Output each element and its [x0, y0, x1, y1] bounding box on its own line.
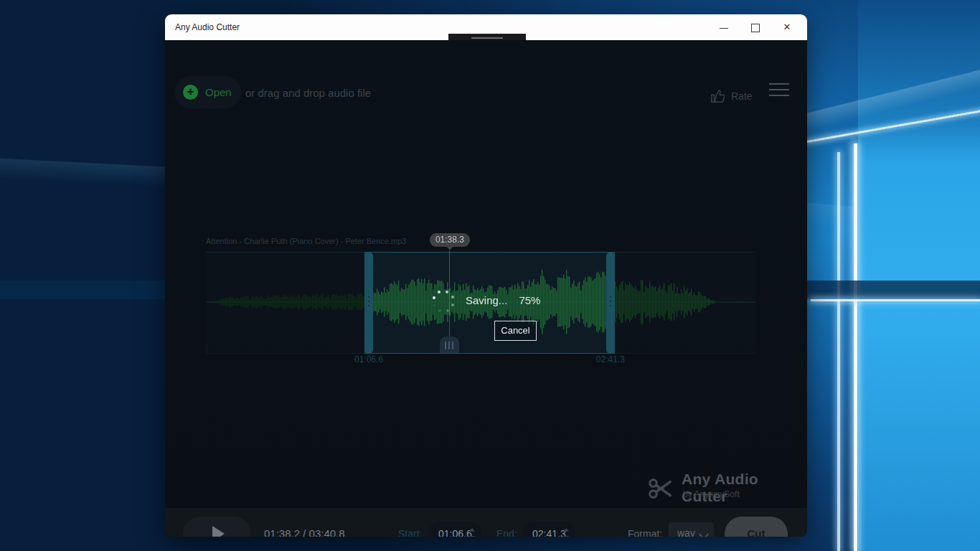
start-time-value: 01:06.6: [438, 522, 472, 537]
grip-dot-icon: [610, 301, 611, 302]
format-label: Format:: [628, 508, 662, 537]
wallpaper-glow-line: [854, 143, 857, 551]
start-label: Start:: [398, 508, 422, 537]
cancel-button[interactable]: Cancel: [494, 321, 537, 341]
grip-dot-icon: [368, 305, 369, 306]
open-button[interactable]: + Open: [174, 76, 241, 108]
handle-line-icon: [471, 37, 503, 39]
arrow-up-icon: [469, 528, 475, 532]
progress-percent: 75%: [519, 294, 540, 306]
start-time-input[interactable]: 01:06.6: [428, 522, 481, 537]
grip-dot-icon: [610, 296, 611, 298]
close-button[interactable]: ✕: [771, 14, 803, 40]
scissors-icon: [647, 475, 674, 502]
desktop: Any Audio Cutter ✕ + Open or drag and dr…: [0, 0, 980, 551]
cut-button[interactable]: Cut: [725, 517, 788, 537]
close-icon: ✕: [771, 14, 803, 40]
selection-end-time: 02:41.3: [596, 354, 625, 364]
plus-icon: +: [183, 85, 198, 100]
maximize-button[interactable]: [740, 14, 771, 40]
maximize-icon: [751, 24, 760, 32]
open-button-label: Open: [205, 76, 232, 108]
drag-drop-hint: or drag and drop audio file: [245, 87, 371, 99]
grip-slot-icon: [452, 342, 453, 349]
hamburger-menu-button[interactable]: [769, 83, 789, 99]
grip-dot-icon: [368, 296, 369, 298]
end-label: End:: [496, 508, 517, 537]
playback-time-display: 01:38.2 / 03:40.8: [264, 508, 345, 537]
wallpaper-glow-line: [837, 152, 840, 551]
rate-button[interactable]: Rate: [710, 82, 755, 110]
end-time-value: 02:41.3: [532, 522, 566, 537]
spinner-arrows-icon[interactable]: [469, 527, 475, 537]
app-logo: Any Audio Cutter by AnywaySoft: [647, 469, 805, 509]
grip-slot-icon: [448, 342, 450, 349]
selection-start-time: 01:06.6: [354, 354, 383, 364]
grip-dot-icon: [368, 301, 369, 302]
brand-byline: by AnywaySoft: [683, 489, 740, 499]
minimize-button[interactable]: [708, 14, 740, 40]
selection-start-handle[interactable]: [364, 252, 373, 354]
wallpaper-glow-line: [811, 299, 980, 301]
format-dropdown[interactable]: wav: [669, 522, 714, 537]
grip-slot-icon: [445, 342, 446, 349]
selection-end-handle[interactable]: [606, 252, 615, 354]
playhead-time-bubble[interactable]: 01:38.3: [430, 233, 470, 247]
rate-label: Rate: [731, 90, 753, 102]
format-value: wav: [677, 522, 695, 537]
playhead-drag-handle[interactable]: [440, 336, 459, 353]
arrow-down-icon: [469, 536, 475, 537]
app-content: + Open or drag and drop audio file Rate …: [165, 40, 807, 537]
transport-bar: 01:38.2 / 03:40.8 Start: 01:06.6 End: 02…: [165, 508, 807, 537]
chevron-down-icon: [699, 529, 709, 537]
grip-dot-icon: [610, 305, 611, 306]
saving-label: Saving...: [466, 294, 507, 306]
window-controls: ✕: [708, 14, 803, 40]
audio-filename: Attention - Charlie Puth (Piano Cover) -…: [206, 237, 406, 245]
arrow-down-icon: [563, 536, 569, 537]
saving-status: Saving...75%: [466, 294, 540, 306]
selection-times: 01:06.6 02:41.3: [206, 354, 755, 367]
hamburger-icon: [769, 89, 789, 90]
arrow-up-icon: [563, 528, 569, 532]
app-window: Any Audio Cutter ✕ + Open or drag and dr…: [165, 14, 807, 537]
play-icon: [212, 526, 225, 537]
hamburger-icon: [769, 95, 789, 96]
minimize-icon: [720, 28, 728, 29]
spinner-arrows-icon[interactable]: [563, 527, 569, 537]
thumbs-up-icon: [710, 89, 726, 103]
hamburger-icon: [769, 83, 789, 85]
window-title: Any Audio Cutter: [175, 14, 240, 40]
play-button[interactable]: [183, 517, 251, 537]
waveform-track[interactable]: 01:38.3 Saving...75% Cancel: [206, 252, 755, 354]
end-time-input[interactable]: 02:41.3: [522, 522, 575, 537]
brand-name: Any Audio Cutter: [682, 471, 805, 505]
